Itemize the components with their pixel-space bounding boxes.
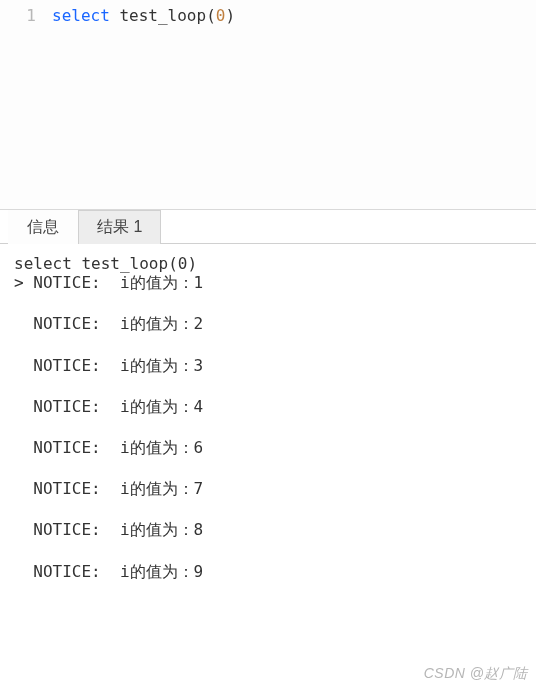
output-notice-line: NOTICE: i的值为：4 bbox=[14, 397, 522, 416]
output-notice-line: NOTICE: i的值为：2 bbox=[14, 314, 522, 333]
sql-editor-panel[interactable]: 1 select test_loop(0) bbox=[0, 0, 536, 210]
output-echo-line: select test_loop(0) bbox=[14, 254, 522, 273]
keyword-select: select bbox=[52, 6, 110, 25]
output-panel[interactable]: select test_loop(0)> NOTICE: i的值为：1 NOTI… bbox=[0, 244, 536, 595]
tab-results-1-label: 结果 1 bbox=[97, 217, 142, 238]
paren-close: ) bbox=[225, 6, 235, 25]
output-notice-line: NOTICE: i的值为：9 bbox=[14, 562, 522, 581]
function-name: test_loop bbox=[119, 6, 206, 25]
line-gutter: 1 bbox=[0, 6, 52, 209]
output-notice-line: > NOTICE: i的值为：1 bbox=[14, 273, 522, 292]
tab-results-1[interactable]: 结果 1 bbox=[78, 210, 161, 244]
line-number-1: 1 bbox=[0, 6, 36, 25]
watermark: CSDN @赵广陆 bbox=[424, 665, 528, 683]
tab-info[interactable]: 信息 bbox=[8, 210, 78, 244]
output-notice-line: NOTICE: i的值为：6 bbox=[14, 438, 522, 457]
results-tab-bar: 信息 结果 1 bbox=[0, 210, 536, 244]
output-notice-line: NOTICE: i的值为：7 bbox=[14, 479, 522, 498]
arg-literal: 0 bbox=[216, 6, 226, 25]
paren-open: ( bbox=[206, 6, 216, 25]
sql-code[interactable]: select test_loop(0) bbox=[52, 6, 536, 209]
output-notice-line: NOTICE: i的值为：8 bbox=[14, 520, 522, 539]
tab-info-label: 信息 bbox=[27, 217, 59, 238]
output-notice-line: NOTICE: i的值为：3 bbox=[14, 356, 522, 375]
